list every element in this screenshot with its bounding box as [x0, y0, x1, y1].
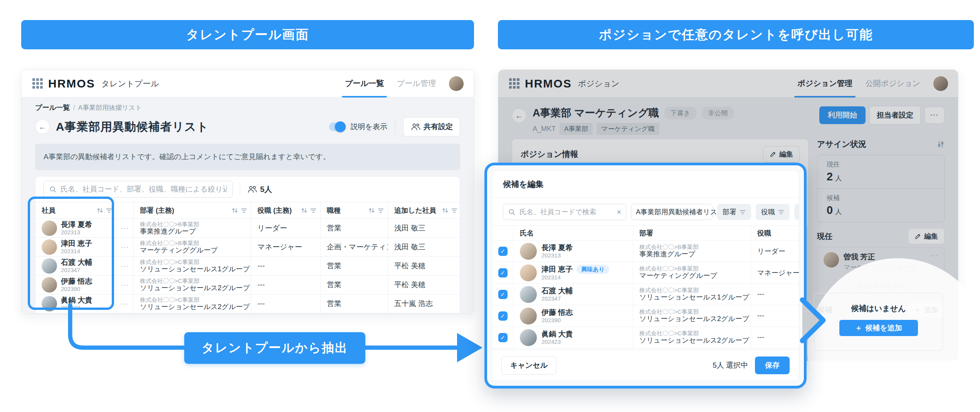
column-header-jobtype[interactable]: 職種	[321, 202, 388, 219]
employee-cell: 長澤 夏希202313	[35, 219, 116, 237]
employee-code: 202390	[541, 317, 573, 323]
breadcrumb-separator: /	[73, 104, 75, 112]
member-count: 5人	[247, 184, 272, 195]
column-header-department[interactable]: 部署	[633, 226, 751, 240]
filter-chip-jobtype[interactable]: 職種	[794, 204, 799, 220]
modal-table-row[interactable]: ✓石渡 大輔202347株式会社〇〇>C事業部ソリューションセールス1グループ-…	[492, 283, 799, 305]
save-button[interactable]: 保存	[755, 357, 790, 374]
row-menu-button[interactable]: ···	[116, 219, 134, 237]
column-header-icons	[96, 207, 112, 214]
avatar	[42, 220, 57, 236]
back-button[interactable]: ←	[35, 119, 50, 134]
filter-icon[interactable]	[241, 208, 247, 213]
filter-icon	[740, 210, 746, 215]
flow-arrow-head	[457, 333, 482, 362]
right-banner-label: ポジションで任意のタレントを呼び出し可能	[599, 26, 873, 44]
flow-arrow-label: タレントプールから抽出	[184, 332, 365, 364]
checkbox-checked[interactable]: ✓	[498, 290, 508, 299]
filter-icon[interactable]	[451, 208, 457, 213]
column-header-name[interactable]: 氏名	[514, 226, 633, 240]
sort-icon[interactable]	[231, 207, 239, 214]
employee-identity: 石渡 大輔202347	[61, 258, 92, 273]
modal-controls: 氏名、社員コードで検索 × A事業部用異動候補者リスト ▼ 部署 役職 職種	[492, 198, 799, 225]
grid-menu-icon[interactable]	[32, 78, 43, 89]
add-candidate-button[interactable]: ＋ 候補を追加	[839, 320, 918, 336]
tab-pool-manage[interactable]: プール管理	[397, 70, 436, 98]
selected-count: 5人 選択中	[713, 360, 748, 370]
jobtype-cell: 営業	[321, 219, 388, 237]
table-row[interactable]: 石渡 大輔202347···株式会社〇〇>C事業部ソリューションセールス1グルー…	[35, 256, 460, 275]
employee-identity: 伊藤 悟志202390	[541, 308, 573, 323]
modal-table-row[interactable]: ✓津田 恵子興味あり202314株式会社〇〇>B事業部マーケティンググループマネ…	[492, 262, 799, 283]
table-row[interactable]: 長澤 夏希202313···株式会社〇〇>B事業部事業推進グループリーダー営業浅…	[35, 219, 460, 237]
sort-icon[interactable]	[442, 207, 449, 214]
department-cell: 株式会社〇〇>B事業部事業推進グループ	[134, 219, 251, 237]
avatar	[42, 239, 57, 255]
employee-code: 202313	[541, 252, 573, 259]
group-name: ソリューションセールス1グループ	[639, 294, 749, 301]
cancel-button[interactable]: キャンセル	[501, 356, 556, 375]
company-path: 株式会社〇〇>C事業部	[639, 287, 699, 293]
employee-cell: 石渡 大輔202347	[514, 284, 633, 305]
filter-chip-role[interactable]: 役職	[756, 204, 790, 220]
divider	[240, 183, 240, 196]
employee-code: 202347	[61, 267, 92, 273]
clear-search-icon[interactable]: ×	[617, 208, 621, 217]
checkbox-checked[interactable]: ✓	[498, 311, 508, 321]
modal-search-placeholder: 氏名、社員コードで検索	[519, 207, 613, 217]
column-header-icons	[301, 207, 316, 214]
added-by-cell: 浅田 敬三	[388, 238, 461, 256]
filter-icon[interactable]	[378, 208, 384, 213]
filter-search-input[interactable]: 氏名、社員コード、部署、役職、職種による絞り込み	[43, 181, 233, 198]
interest-badge: 興味あり	[577, 265, 609, 274]
modal-title: 候補を編集	[492, 170, 799, 198]
checkbox-checked[interactable]: ✓	[498, 268, 508, 277]
sort-icon[interactable]	[96, 207, 104, 214]
modal-pointer-chevron	[798, 295, 829, 345]
filter-icon[interactable]	[310, 208, 316, 213]
employee-identity: 津田 恵子興味あり202314	[541, 265, 609, 281]
column-header-icons	[442, 207, 457, 214]
employee-name-line: 津田 恵子興味あり	[541, 265, 609, 274]
user-avatar[interactable]	[449, 76, 464, 91]
sort-icon[interactable]	[368, 207, 375, 214]
department-cell: 株式会社〇〇>C事業部ソリューションセールス1グループ	[134, 257, 251, 275]
modal-table-row[interactable]: ✓眞鍋 大貴202423株式会社〇〇>C事業部ソリューションセールス2グループ-…	[492, 326, 799, 348]
column-header-role[interactable]: 役職 (主務)	[251, 202, 321, 219]
checkbox-checked[interactable]: ✓	[498, 333, 508, 342]
column-header-employee[interactable]: 社員	[35, 202, 116, 219]
tab-pool-list[interactable]: プール一覧	[345, 70, 384, 98]
company-path: 株式会社〇〇>C事業部	[639, 309, 699, 314]
role-cell: リーダー	[751, 240, 799, 262]
modal-table-row[interactable]: ✓伊藤 悟志202390株式会社〇〇>C事業部ソリューションセールス2グループ-…	[492, 305, 799, 326]
people-icon	[410, 123, 420, 131]
table-row[interactable]: 津田 恵子202314···株式会社〇〇>B事業部マーケティンググループマネージ…	[35, 237, 460, 256]
modal-search-input[interactable]: 氏名、社員コードで検索 ×	[503, 204, 626, 220]
title-actions: 説明を表示 共有設定	[329, 117, 460, 136]
modal-table-row[interactable]: ✓長澤 夏希202313株式会社〇〇>B事業部事業推進グループリーダー	[492, 240, 799, 262]
pool-filter-select[interactable]: A事業部用異動候補者リスト ▼	[631, 204, 713, 220]
filter-icon[interactable]	[106, 208, 112, 213]
column-header-department[interactable]: 部署 (主務)	[134, 202, 251, 219]
column-header-added-by[interactable]: 追加した社員	[388, 202, 461, 219]
company-path: 株式会社〇〇>C事業部	[140, 259, 200, 265]
description-toggle[interactable]	[329, 123, 345, 131]
filter-chip-department[interactable]: 部署	[717, 204, 751, 220]
sort-icon[interactable]	[301, 207, 308, 214]
filter-chip-label: 部署	[723, 207, 736, 217]
breadcrumb-root[interactable]: プール一覧	[35, 103, 70, 112]
row-menu-button[interactable]: ···	[116, 257, 134, 275]
avatar	[520, 264, 537, 281]
department-cell: 株式会社〇〇>C事業部ソリューションセールス2グループ	[633, 327, 751, 348]
row-menu-button[interactable]: ···	[116, 238, 134, 256]
checkbox-checked[interactable]: ✓	[498, 247, 508, 256]
avatar	[42, 296, 57, 311]
share-settings-button[interactable]: 共有設定	[403, 117, 460, 136]
column-header-label: 社員	[42, 206, 55, 215]
employee-identity: 石渡 大輔202347	[541, 287, 573, 302]
employee-name: 眞鍋 大貴	[541, 330, 573, 338]
avatar	[520, 308, 537, 325]
column-header-role[interactable]: 役職	[751, 226, 799, 240]
checkbox-cell: ✓	[492, 305, 514, 326]
search-icon	[508, 208, 516, 216]
